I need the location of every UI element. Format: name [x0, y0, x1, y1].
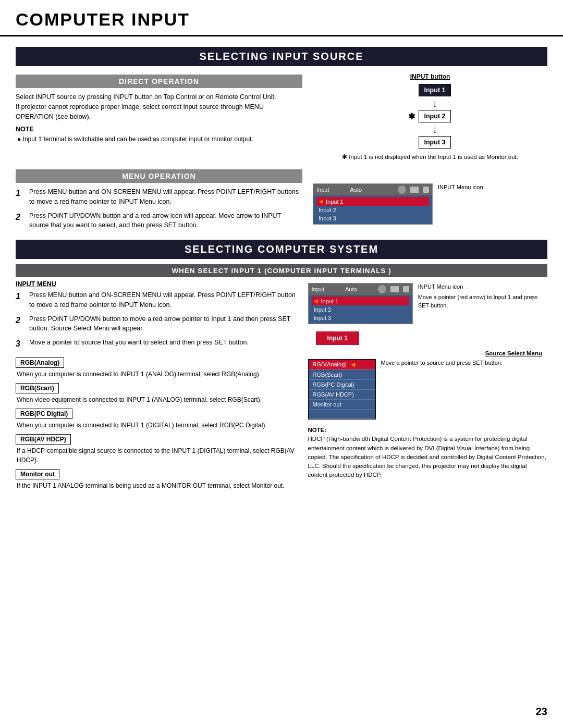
- page-number: 23: [536, 706, 547, 718]
- source-item-rgb-pc-digital: RGB(PC Digital): [309, 380, 375, 390]
- hdcp-note: NOTE: HDCP (High-bandwidth Digital Conte…: [308, 424, 547, 482]
- menu-annotation-2b: Move a pointer (red arrow) to Input 1 an…: [418, 293, 547, 310]
- source-item-rgb-analog-label: RGB(Analog): [313, 361, 347, 367]
- menu-diagram-1: Input Auto ◀ Input 1: [313, 183, 433, 225]
- input1-selected-box: Input 1: [316, 331, 359, 345]
- menu2-icon-sq: [403, 286, 409, 292]
- input-menu-label: INPUT MENU: [16, 280, 298, 288]
- menu-row-input2: Input 2: [316, 206, 429, 214]
- menu2-header-auto: Auto: [345, 286, 357, 292]
- menu-icon-sq: [423, 187, 429, 193]
- menu-annotation-2a: INPUT Menu icon: [418, 283, 547, 291]
- source-item-rgb-av-hdcp: RGB(AV HDCP): [309, 390, 375, 400]
- menu-operation-heading: MENU OPERATION: [16, 169, 302, 183]
- menu-diagram-2: Input Auto ◀ Input 1: [308, 283, 413, 324]
- rgb-av-hdcp-text: If a HDCP-compatible signal source is co…: [16, 446, 298, 465]
- menu2-row-input2-label: Input 2: [314, 306, 332, 313]
- menu2-arrow-icon: ◀: [314, 298, 318, 304]
- rgb-scart-tag: RGB(Scart): [16, 383, 59, 393]
- menu2-row-input3: Input 3: [312, 314, 409, 322]
- page-title: COMPUTER INPUT: [16, 9, 547, 30]
- input-btn-1[interactable]: Input 1: [419, 84, 451, 96]
- menu2-row-input1: ◀ Input 1: [312, 297, 409, 305]
- input-button-label: INPUT button: [410, 73, 450, 80]
- source-item-extra: [309, 410, 375, 419]
- input-btn-3[interactable]: Input 3: [419, 136, 451, 149]
- section1-title: SELECTING INPUT SOURCE: [16, 47, 547, 66]
- menu-row-input1-label: Input 1: [326, 199, 344, 205]
- source-item-rgb-scart: RGB(Scart): [309, 370, 375, 380]
- menu-annotation-1: INPUT Menu icon: [438, 183, 483, 191]
- s2-step1-text: Press MENU button and ON-SCREEN MENU wil…: [29, 290, 298, 310]
- asterisk-note: Input 1 is not displayed when the Input …: [342, 153, 518, 161]
- source-item-rgb-analog: RGB(Analog) ◀: [309, 360, 375, 370]
- down-arrow-1: ↓: [432, 98, 437, 108]
- s2-step3-text: Move a pointer to source that you want t…: [29, 338, 298, 350]
- rgb-scart-text: When video equipment is connected to INP…: [16, 395, 298, 404]
- section2-title: SELECTING COMPUTER SYSTEM: [16, 240, 547, 259]
- direct-operation-heading: DIRECT OPERATION: [16, 75, 302, 88]
- hdcp-note-text: HDCP (High-bandwidth Digital Content Pro…: [308, 436, 546, 478]
- down-arrow-2: ↓: [432, 124, 437, 134]
- step1-text: Press MENU button and ON-SCREEN MENU wil…: [29, 187, 302, 207]
- menu2-icon-rect: [390, 286, 399, 292]
- step2-text: Press POINT UP/DOWN button and a red-arr…: [29, 211, 302, 231]
- menu2-icon-circle: [378, 285, 386, 293]
- menu-row-input1: ◀ Input 1: [316, 197, 429, 206]
- menu-icon-circle: [398, 186, 406, 194]
- source-menu-diagram: RGB(Analog) ◀ RGB(Scart) RGB(PC Digital)…: [308, 359, 376, 419]
- source-item-monitor-out: Monitor out: [309, 400, 375, 410]
- input-btn-2[interactable]: Input 2: [419, 110, 451, 122]
- rgb-analog-tag: RGB(Analog): [16, 357, 64, 368]
- rgb-pc-digital-text: When your computer is connected to INPUT…: [16, 421, 298, 430]
- s2-step1-num: 1: [16, 290, 25, 310]
- menu-row-input2-label: Input 2: [319, 207, 336, 213]
- rgb-analog-text: When your computer is connected to INPUT…: [16, 369, 298, 379]
- menu2-row-input2: Input 2: [312, 305, 409, 314]
- menu-header-auto: Auto: [350, 187, 362, 193]
- menu-icon-rect: [410, 187, 419, 193]
- menu-header-input: Input: [316, 187, 329, 193]
- monitor-out-tag: Monitor out: [16, 469, 59, 479]
- hdcp-note-label: NOTE:: [308, 427, 327, 433]
- s2-step3-num: 3: [16, 338, 25, 350]
- s2-step2-text: Press POINT UP/DOWN button to move a red…: [29, 314, 298, 334]
- source-menu-label: Source Select Menu: [485, 350, 542, 356]
- menu2-row-input1-label: Input 1: [321, 298, 339, 304]
- direct-op-text2: If projector cannot reproduce proper ima…: [16, 102, 302, 122]
- menu2-row-input3-label: Input 3: [314, 315, 332, 321]
- asterisk-symbol: ✱: [408, 112, 415, 121]
- menu-row-input3-label: Input 3: [319, 215, 336, 221]
- menu-row-input3: Input 3: [316, 214, 429, 223]
- when-select-heading: WHEN SELECT INPUT 1 (COMPUTER INPUT TERM…: [16, 264, 547, 277]
- note-text: Input 1 terminal is switchable and can b…: [16, 134, 302, 144]
- monitor-out-text: If the INPUT 1 ANALOG terminal is being …: [16, 481, 298, 490]
- direct-op-text1: Select INPUT source by pressing INPUT bu…: [16, 92, 302, 102]
- step1-num: 1: [16, 187, 25, 207]
- source-annotation: Move a pointer to source and press SET b…: [381, 359, 503, 367]
- menu-arrow-icon: ◀: [319, 198, 323, 205]
- s2-step2-num: 2: [16, 314, 25, 334]
- rgb-av-hdcp-tag: RGB(AV HDCP): [16, 434, 71, 445]
- rgb-pc-digital-tag: RGB(PC Digital): [16, 409, 72, 419]
- note-label: NOTE: [16, 126, 302, 133]
- step2-num: 2: [16, 211, 25, 231]
- menu2-header-input: Input: [312, 286, 324, 292]
